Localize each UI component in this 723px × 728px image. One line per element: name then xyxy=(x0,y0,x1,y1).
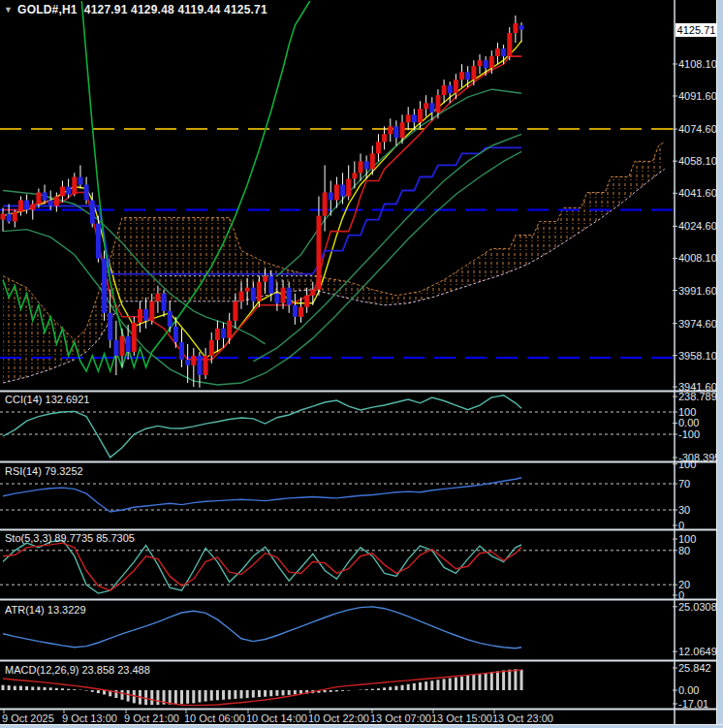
bear-candle xyxy=(251,288,256,301)
price-axis-label: 0.00 xyxy=(678,417,699,428)
bull-candle xyxy=(233,301,237,321)
time-axis-label[interactable]: 9 Oct 13:00 xyxy=(62,712,117,724)
symbol-timeframe-title: GOLD#,H1 xyxy=(17,3,78,16)
bear-candle xyxy=(484,60,488,68)
bull-candle xyxy=(120,336,125,356)
bull-candle xyxy=(30,205,35,210)
stochastic-panel[interactable] xyxy=(0,540,674,593)
bear-candle xyxy=(287,288,292,305)
bear-candle xyxy=(108,313,112,340)
bull-candle xyxy=(424,103,428,109)
price-axis-label: 3958.10 xyxy=(678,350,717,362)
bull-candle xyxy=(263,276,267,282)
bull-candle xyxy=(281,288,286,303)
price-axis-label: 70 xyxy=(678,478,690,490)
bear-candle xyxy=(179,342,184,360)
cci-panel[interactable] xyxy=(0,396,674,458)
price-axis-label: 4041.60 xyxy=(678,187,717,199)
bull-candle xyxy=(138,309,142,323)
bear-candle xyxy=(162,294,167,311)
bear-candle xyxy=(24,201,29,210)
bear-candle xyxy=(429,103,434,112)
price-axis-label: -17.01 xyxy=(678,698,708,710)
trading-chart-window: ▼GOLD#,H1 4127.91 4129.48 4119.44 4125.7… xyxy=(0,0,723,728)
bull-candle xyxy=(299,307,303,317)
ohlc-values: 4127.91 4129.48 4119.44 4125.71 xyxy=(84,3,267,16)
bear-candle xyxy=(102,259,107,313)
bull-candle xyxy=(370,153,375,169)
bull-candle xyxy=(478,60,483,66)
time-axis-label[interactable]: 10 Oct 14:00 xyxy=(246,712,307,724)
bull-candle xyxy=(495,48,500,56)
bear-candle xyxy=(84,185,89,201)
rsi-indicator-label: RSI(14) 79.3252 xyxy=(5,465,83,477)
bear-candle xyxy=(168,311,173,327)
bull-candle xyxy=(317,216,322,290)
bear-candle xyxy=(393,126,398,138)
bull-candle xyxy=(204,356,208,375)
bear-candle xyxy=(66,187,71,195)
percent-k-line xyxy=(3,540,521,593)
price-axis-label: 30 xyxy=(678,504,690,516)
price-axis-label: 25.842 xyxy=(678,662,711,674)
bull-candle xyxy=(36,193,41,205)
price-axis-label: 3991.60 xyxy=(678,285,717,297)
chart-canvas[interactable] xyxy=(0,0,723,728)
bear-candle xyxy=(96,224,101,259)
price-axis-label: 4058.10 xyxy=(678,155,717,167)
bull-candle xyxy=(60,187,65,197)
price-axis-label: 80 xyxy=(678,545,690,556)
bull-candle xyxy=(454,79,458,93)
bear-candle xyxy=(364,161,369,169)
time-axis-label[interactable]: 9 Oct 21:00 xyxy=(124,712,179,724)
price-axis-label: -100 xyxy=(678,428,700,440)
bull-candle xyxy=(257,282,262,301)
time-axis-label[interactable]: 13 Oct 15:00 xyxy=(431,712,492,724)
bull-candle xyxy=(471,66,476,79)
bull-candle xyxy=(507,33,512,56)
bear-candle xyxy=(465,72,470,79)
bull-candle xyxy=(209,340,214,356)
bear-candle xyxy=(221,329,226,338)
bull-candle xyxy=(155,294,160,301)
bull-candle xyxy=(376,142,381,153)
bull-candle xyxy=(359,161,363,173)
price-axis-label: 0.00 xyxy=(678,684,699,696)
price-axis-label: 4074.60 xyxy=(678,123,717,135)
bull-candle xyxy=(489,56,494,68)
bull-candle xyxy=(191,356,196,365)
bear-candle xyxy=(48,201,53,206)
bull-candle xyxy=(245,288,250,292)
price-axis-label: 12.0649 xyxy=(678,646,717,657)
bear-candle xyxy=(7,214,12,222)
rsi-panel-line xyxy=(3,478,521,512)
bull-candle xyxy=(442,85,447,95)
price-axis-label: 4024.60 xyxy=(678,220,717,232)
bear-candle xyxy=(113,340,118,356)
rsi-panel[interactable] xyxy=(0,478,674,512)
price-panel[interactable] xyxy=(0,0,674,388)
bull-candle xyxy=(382,134,387,142)
chart-header: ▼GOLD#,H1 4127.91 4129.48 4119.44 4125.7… xyxy=(4,3,267,16)
time-axis-label[interactable]: 10 Oct 06:00 xyxy=(184,712,245,724)
band-seagreen-mid xyxy=(253,134,521,362)
bear-candle xyxy=(79,177,83,185)
bear-candle xyxy=(173,327,178,342)
cci-indicator-label: CCI(14) 132.6921 xyxy=(5,394,89,405)
price-axis-label: 25.0308 xyxy=(678,601,717,613)
bear-candle xyxy=(43,193,47,201)
bull-candle xyxy=(436,95,441,112)
bull-candle xyxy=(227,321,232,338)
current-price-tag: 4125.71 xyxy=(676,23,717,37)
time-axis-label[interactable]: 13 Oct 07:00 xyxy=(370,712,431,724)
bull-candle xyxy=(54,197,59,206)
symbol-dropdown-icon[interactable]: ▼ xyxy=(4,5,13,15)
time-axis-label[interactable]: 9 Oct 2025 xyxy=(2,712,54,724)
price-axis-label: 4091.60 xyxy=(678,90,717,102)
time-axis-label[interactable]: 10 Oct 22:00 xyxy=(308,712,369,724)
bear-candle xyxy=(329,193,333,201)
stochastic-indicator-label: Sto(5,3,3) 89.7735 85.7305 xyxy=(5,532,135,544)
bear-candle xyxy=(412,114,417,122)
bear-candle xyxy=(143,309,148,321)
time-axis-label[interactable]: 13 Oct 23:00 xyxy=(492,712,553,724)
